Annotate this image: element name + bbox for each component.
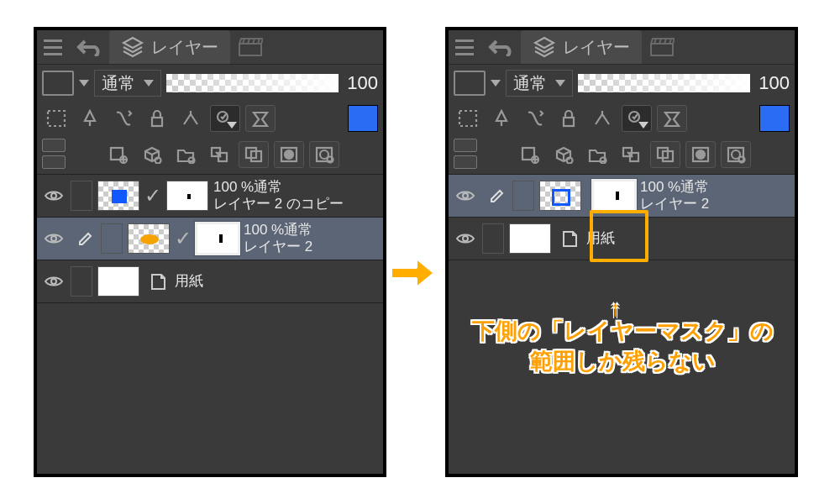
layer-name: レイヤー 2 のコピー: [213, 196, 378, 213]
menu-icon[interactable]: [37, 30, 69, 64]
blend-mode-select[interactable]: 通常: [94, 70, 161, 97]
layer-color-swatch[interactable]: [454, 71, 486, 96]
tab-layers-label: レイヤー: [563, 36, 630, 59]
color-swatch-icon[interactable]: [759, 105, 790, 132]
svg-rect-19: [459, 111, 476, 126]
svg-point-35: [463, 193, 468, 198]
marquee-icon[interactable]: [42, 106, 71, 131]
merge-icon[interactable]: [239, 141, 269, 168]
mask-icon[interactable]: [685, 141, 716, 168]
layer-settings-icon[interactable]: [622, 105, 652, 132]
new-3d-icon[interactable]: [138, 142, 166, 167]
effect-icon[interactable]: [245, 105, 276, 132]
mask-link-icon[interactable]: ✓: [175, 227, 192, 250]
eye-icon[interactable]: [449, 232, 482, 245]
new-layer-icon[interactable]: [516, 142, 544, 167]
layer-list: 100 %通常 レイヤー 2 用紙: [449, 174, 795, 260]
blend-mode-label: 通常: [102, 72, 135, 95]
marquee-icon[interactable]: [454, 106, 482, 131]
opacity-slider[interactable]: [166, 74, 339, 92]
apply-mask-icon[interactable]: [721, 141, 751, 168]
new-3d-icon[interactable]: [549, 142, 578, 167]
transfer-down-icon[interactable]: [205, 142, 234, 167]
layer-thumb[interactable]: [97, 266, 139, 297]
layer-thumb[interactable]: [128, 223, 170, 254]
layer-info: 100 %通常: [640, 179, 790, 196]
tab-layers[interactable]: レイヤー: [109, 30, 230, 64]
lock-check[interactable]: [482, 223, 504, 254]
layer-row-paper[interactable]: 用紙: [449, 218, 795, 260]
svg-point-18: [51, 279, 56, 284]
tonecurve-icon[interactable]: [487, 106, 516, 131]
undo-icon[interactable]: [69, 30, 109, 64]
opacity-slider[interactable]: [578, 74, 750, 92]
layers-stack-icon: [533, 35, 556, 59]
mask-thumb[interactable]: [166, 181, 208, 211]
tonecurve-icon[interactable]: [76, 106, 104, 131]
tool-row-1: [37, 102, 383, 135]
blend-row: 通常 100: [37, 64, 383, 102]
pencil-icon[interactable]: [71, 230, 101, 247]
layer-row[interactable]: ✓ 100 %通常 レイヤー 2: [37, 218, 383, 260]
eye-icon[interactable]: [449, 189, 482, 202]
color-swatch-icon[interactable]: [348, 105, 378, 132]
layer-settings-icon[interactable]: [210, 105, 240, 132]
layer-row-paper[interactable]: 用紙: [37, 260, 383, 303]
tool-row-2: [449, 135, 795, 174]
paper-icon: [146, 270, 170, 293]
new-folder-icon[interactable]: [583, 142, 612, 167]
blend-mode-select[interactable]: 通常: [506, 70, 573, 97]
chevron-down-icon[interactable]: [491, 80, 501, 87]
chevron-down-icon: [555, 80, 565, 87]
chevron-down-icon[interactable]: [79, 80, 89, 87]
layer-color-swatch[interactable]: [42, 71, 74, 96]
tab-animation[interactable]: [230, 30, 270, 64]
layer-info: 100 %通常: [244, 222, 378, 239]
annotation-caption: 下側の「レイヤーマスク」の 範囲しか残らない: [450, 316, 795, 377]
lock-check[interactable]: [512, 181, 534, 211]
new-layer-icon[interactable]: [104, 142, 133, 167]
tab-layers[interactable]: レイヤー: [521, 30, 642, 64]
mask-icon[interactable]: [274, 141, 304, 168]
layers-stack-icon: [121, 35, 144, 59]
eye-icon[interactable]: [37, 189, 71, 202]
svg-point-16: [51, 193, 56, 198]
pencil-icon[interactable]: [482, 187, 512, 204]
effect-icon[interactable]: [657, 105, 687, 132]
reference-icon[interactable]: [588, 106, 617, 131]
tab-layers-label: レイヤー: [151, 36, 218, 59]
merge-icon[interactable]: [650, 141, 680, 168]
panel-split-icon[interactable]: [454, 139, 477, 171]
mask-link-icon[interactable]: ✓: [144, 184, 161, 207]
eye-icon[interactable]: [37, 232, 71, 245]
mask-thumb[interactable]: [197, 223, 239, 254]
layer-thumb[interactable]: [509, 223, 551, 254]
svg-point-36: [463, 236, 468, 241]
mask-thumb[interactable]: [593, 181, 635, 211]
panel-split-icon[interactable]: [42, 139, 66, 171]
layer-list: ✓ 100 %通常 レイヤー 2 のコピー ✓ 100 %通常 レイヤー 2: [37, 174, 383, 303]
transfer-icon[interactable]: [521, 106, 549, 131]
layer-row[interactable]: 100 %通常 レイヤー 2: [449, 175, 795, 218]
lock-icon[interactable]: [143, 106, 171, 131]
lock-icon[interactable]: [554, 106, 583, 131]
eye-icon[interactable]: [37, 275, 71, 288]
svg-point-15: [328, 157, 333, 163]
paper-icon: [558, 227, 581, 250]
menu-icon[interactable]: [449, 30, 480, 64]
lock-check[interactable]: [71, 266, 92, 297]
transfer-down-icon[interactable]: [617, 142, 645, 167]
undo-icon[interactable]: [480, 30, 521, 64]
new-folder-icon[interactable]: [171, 142, 200, 167]
tab-animation[interactable]: [642, 30, 682, 64]
lock-check[interactable]: [71, 181, 92, 211]
layer-thumb[interactable]: [539, 181, 581, 211]
layers-panel-after: レイヤー 通常 100: [445, 27, 798, 477]
apply-mask-icon[interactable]: [309, 141, 339, 168]
lock-check[interactable]: [101, 223, 123, 254]
transfer-icon[interactable]: [109, 106, 138, 131]
reference-icon[interactable]: [176, 106, 205, 131]
layer-row[interactable]: ✓ 100 %通常 レイヤー 2 のコピー: [37, 175, 383, 218]
layer-thumb[interactable]: [97, 181, 139, 211]
layer-name: 用紙: [586, 230, 790, 247]
